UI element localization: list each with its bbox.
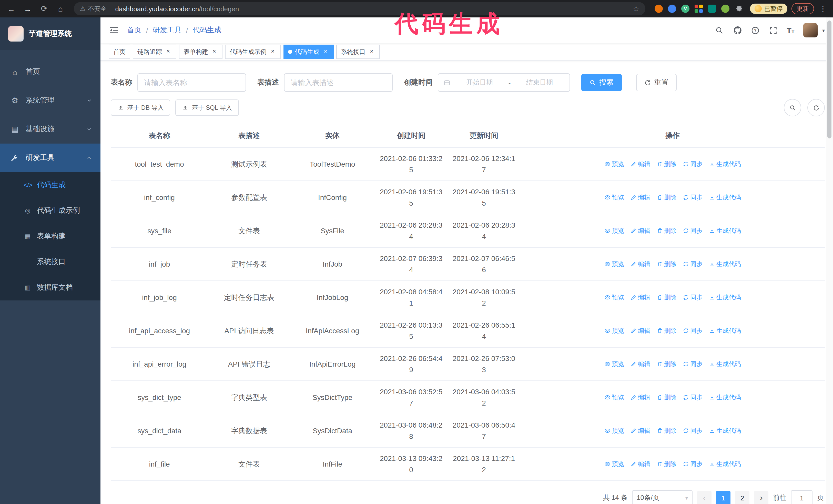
edit-action[interactable]: 编辑 <box>630 192 650 203</box>
close-tab-icon[interactable]: × <box>165 48 172 55</box>
sync-action[interactable]: 同步 <box>683 192 703 203</box>
browser-menu-icon[interactable]: ⋮ <box>818 4 828 13</box>
edit-action[interactable]: 编辑 <box>630 392 650 403</box>
edit-action[interactable]: 编辑 <box>630 225 650 236</box>
user-avatar[interactable] <box>803 23 818 38</box>
generate-code-action[interactable]: 生成代码 <box>709 425 741 436</box>
extension-icon-blue[interactable] <box>668 5 676 13</box>
search-button[interactable]: 搜索 <box>581 74 622 91</box>
page-button-1[interactable]: 1 <box>716 491 731 504</box>
delete-action[interactable]: 删除 <box>657 325 676 336</box>
edit-action[interactable]: 编辑 <box>630 258 650 270</box>
tab-home[interactable]: 首页 <box>109 45 130 59</box>
generate-code-action[interactable]: 生成代码 <box>709 392 741 403</box>
reset-button[interactable]: 重置 <box>636 74 677 91</box>
breadcrumb-codegen[interactable]: 代码生成 <box>193 26 221 35</box>
sidebar-item-system-api[interactable]: ≡ 系统接口 <box>0 249 100 275</box>
close-tab-icon[interactable]: × <box>211 48 218 55</box>
generate-code-action[interactable]: 生成代码 <box>709 159 741 170</box>
preview-action[interactable]: 预览 <box>604 192 624 203</box>
tab-form-builder[interactable]: 表单构建× <box>179 45 222 59</box>
generate-code-action[interactable]: 生成代码 <box>709 358 741 370</box>
preview-action[interactable]: 预览 <box>604 425 624 436</box>
sync-action[interactable]: 同步 <box>683 358 703 370</box>
github-icon[interactable] <box>733 26 742 35</box>
sync-action[interactable]: 同步 <box>683 225 703 236</box>
vue-devtools-icon[interactable]: V <box>681 5 689 13</box>
close-tab-icon[interactable]: × <box>269 48 276 55</box>
reload-icon[interactable]: ⟳ <box>38 3 50 15</box>
bookmark-star-icon[interactable]: ☆ <box>633 5 639 13</box>
site-security-label[interactable]: ⚠ 不安全 <box>80 4 106 13</box>
generate-code-action[interactable]: 生成代码 <box>709 292 741 303</box>
generate-code-action[interactable]: 生成代码 <box>709 325 741 336</box>
extensions-puzzle-icon[interactable] <box>735 4 744 13</box>
preview-action[interactable]: 预览 <box>604 225 624 236</box>
delete-action[interactable]: 删除 <box>657 392 676 403</box>
sync-action[interactable]: 同步 <box>683 425 703 436</box>
tab-tracing[interactable]: 链路追踪× <box>133 45 176 59</box>
prev-page-button[interactable]: ‹ <box>697 491 712 504</box>
tab-codegen-example[interactable]: 代码生成示例× <box>225 45 281 59</box>
back-icon[interactable]: ← <box>5 3 18 15</box>
profile-paused-chip[interactable]: 已暂停 <box>750 4 787 14</box>
generate-code-action[interactable]: 生成代码 <box>709 225 741 236</box>
sync-action[interactable]: 同步 <box>683 392 703 403</box>
preview-action[interactable]: 预览 <box>604 392 624 403</box>
delete-action[interactable]: 删除 <box>657 425 676 436</box>
table-desc-input[interactable] <box>284 73 392 92</box>
sidebar-item-form-builder[interactable]: ▦ 表单构建 <box>0 223 100 249</box>
toggle-search-button[interactable] <box>784 99 801 116</box>
delete-action[interactable]: 删除 <box>657 292 676 303</box>
generate-code-action[interactable]: 生成代码 <box>709 192 741 203</box>
extension-icon-grid[interactable] <box>695 5 703 13</box>
scrollbar-thumb[interactable] <box>827 21 831 139</box>
preview-action[interactable]: 预览 <box>604 292 624 303</box>
preview-action[interactable]: 预览 <box>604 325 624 336</box>
breadcrumb-devtools[interactable]: 研发工具 <box>153 26 182 35</box>
generate-code-action[interactable]: 生成代码 <box>709 458 741 470</box>
delete-action[interactable]: 删除 <box>657 458 676 470</box>
page-button-2[interactable]: 2 <box>735 491 749 504</box>
sidebar-item-codegen[interactable]: </> 代码生成 <box>0 172 100 198</box>
extension-icon-green[interactable] <box>721 5 730 13</box>
update-button[interactable]: 更新 <box>791 3 814 14</box>
tab-codegen[interactable]: 代码生成× <box>284 45 334 59</box>
preview-action[interactable]: 预览 <box>604 458 624 470</box>
window-scrollbar[interactable] <box>826 18 833 504</box>
edit-action[interactable]: 编辑 <box>630 358 650 370</box>
preview-action[interactable]: 预览 <box>604 258 624 270</box>
delete-action[interactable]: 删除 <box>657 225 676 236</box>
delete-action[interactable]: 删除 <box>657 258 676 270</box>
forward-icon[interactable]: → <box>22 3 34 15</box>
home-icon[interactable]: ⌂ <box>54 3 67 15</box>
preview-action[interactable]: 预览 <box>604 358 624 370</box>
fullscreen-icon[interactable] <box>769 26 778 35</box>
avatar-caret-icon[interactable]: ▾ <box>822 27 825 33</box>
sidebar-item-db-doc[interactable]: ▥ 数据库文档 <box>0 275 100 301</box>
tab-system-api[interactable]: 系统接口× <box>336 45 380 59</box>
sync-action[interactable]: 同步 <box>683 258 703 270</box>
sidebar-item-home[interactable]: ⌂ 首页 <box>0 57 100 86</box>
edit-action[interactable]: 编辑 <box>630 292 650 303</box>
app-logo[interactable]: 芋道管理系统 <box>0 18 100 50</box>
date-range-picker[interactable]: 开始日期 - 结束日期 <box>438 73 570 92</box>
close-tab-icon[interactable]: × <box>322 48 329 55</box>
sidebar-fold-icon[interactable] <box>109 25 119 35</box>
edit-action[interactable]: 编辑 <box>630 425 650 436</box>
sidebar-item-infra[interactable]: ▤ 基础设施 <box>0 115 100 144</box>
table-name-input[interactable] <box>137 73 246 92</box>
edit-action[interactable]: 编辑 <box>630 325 650 336</box>
preview-action[interactable]: 预览 <box>604 159 624 170</box>
import-sql-button[interactable]: 基于 SQL 导入 <box>175 99 239 116</box>
font-size-icon[interactable]: TT <box>787 26 794 34</box>
edit-action[interactable]: 编辑 <box>630 159 650 170</box>
edit-action[interactable]: 编辑 <box>630 458 650 470</box>
extension-icon-orange[interactable] <box>654 5 663 13</box>
import-db-button[interactable]: 基于 DB 导入 <box>111 99 170 116</box>
sync-action[interactable]: 同步 <box>683 325 703 336</box>
address-bar[interactable]: ⚠ 不安全 dashboard.yudao.iocoder.cn/tool/co… <box>74 2 645 16</box>
page-size-select[interactable]: 10条/页 ▾ <box>632 490 693 504</box>
sync-action[interactable]: 同步 <box>683 292 703 303</box>
refresh-table-button[interactable] <box>807 99 825 116</box>
